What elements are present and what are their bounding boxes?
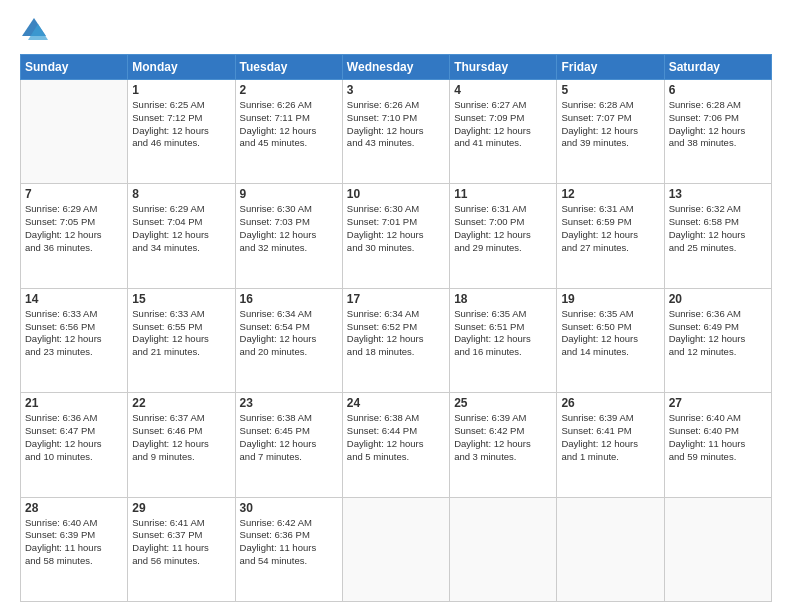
calendar-week-row: 28Sunrise: 6:40 AM Sunset: 6:39 PM Dayli… bbox=[21, 497, 772, 601]
day-detail: Sunrise: 6:35 AM Sunset: 6:51 PM Dayligh… bbox=[454, 308, 552, 359]
day-number: 10 bbox=[347, 187, 445, 201]
day-detail: Sunrise: 6:28 AM Sunset: 7:07 PM Dayligh… bbox=[561, 99, 659, 150]
day-detail: Sunrise: 6:36 AM Sunset: 6:47 PM Dayligh… bbox=[25, 412, 123, 463]
calendar-cell bbox=[21, 80, 128, 184]
day-number: 2 bbox=[240, 83, 338, 97]
calendar-weekday-friday: Friday bbox=[557, 55, 664, 80]
day-detail: Sunrise: 6:40 AM Sunset: 6:40 PM Dayligh… bbox=[669, 412, 767, 463]
calendar-cell bbox=[450, 497, 557, 601]
calendar-week-row: 21Sunrise: 6:36 AM Sunset: 6:47 PM Dayli… bbox=[21, 393, 772, 497]
calendar-cell: 1Sunrise: 6:25 AM Sunset: 7:12 PM Daylig… bbox=[128, 80, 235, 184]
day-detail: Sunrise: 6:33 AM Sunset: 6:55 PM Dayligh… bbox=[132, 308, 230, 359]
calendar-weekday-tuesday: Tuesday bbox=[235, 55, 342, 80]
day-number: 4 bbox=[454, 83, 552, 97]
day-number: 8 bbox=[132, 187, 230, 201]
calendar-weekday-saturday: Saturday bbox=[664, 55, 771, 80]
day-number: 18 bbox=[454, 292, 552, 306]
day-detail: Sunrise: 6:37 AM Sunset: 6:46 PM Dayligh… bbox=[132, 412, 230, 463]
calendar-cell: 9Sunrise: 6:30 AM Sunset: 7:03 PM Daylig… bbox=[235, 184, 342, 288]
day-number: 27 bbox=[669, 396, 767, 410]
calendar-table: SundayMondayTuesdayWednesdayThursdayFrid… bbox=[20, 54, 772, 602]
day-detail: Sunrise: 6:41 AM Sunset: 6:37 PM Dayligh… bbox=[132, 517, 230, 568]
day-detail: Sunrise: 6:38 AM Sunset: 6:45 PM Dayligh… bbox=[240, 412, 338, 463]
day-number: 3 bbox=[347, 83, 445, 97]
calendar-week-row: 14Sunrise: 6:33 AM Sunset: 6:56 PM Dayli… bbox=[21, 288, 772, 392]
day-number: 16 bbox=[240, 292, 338, 306]
calendar-cell bbox=[342, 497, 449, 601]
calendar-cell: 20Sunrise: 6:36 AM Sunset: 6:49 PM Dayli… bbox=[664, 288, 771, 392]
day-detail: Sunrise: 6:32 AM Sunset: 6:58 PM Dayligh… bbox=[669, 203, 767, 254]
day-detail: Sunrise: 6:29 AM Sunset: 7:05 PM Dayligh… bbox=[25, 203, 123, 254]
day-detail: Sunrise: 6:36 AM Sunset: 6:49 PM Dayligh… bbox=[669, 308, 767, 359]
calendar-cell: 5Sunrise: 6:28 AM Sunset: 7:07 PM Daylig… bbox=[557, 80, 664, 184]
calendar-cell: 14Sunrise: 6:33 AM Sunset: 6:56 PM Dayli… bbox=[21, 288, 128, 392]
day-detail: Sunrise: 6:31 AM Sunset: 6:59 PM Dayligh… bbox=[561, 203, 659, 254]
day-number: 26 bbox=[561, 396, 659, 410]
calendar-cell: 28Sunrise: 6:40 AM Sunset: 6:39 PM Dayli… bbox=[21, 497, 128, 601]
day-detail: Sunrise: 6:26 AM Sunset: 7:10 PM Dayligh… bbox=[347, 99, 445, 150]
calendar-cell bbox=[664, 497, 771, 601]
day-detail: Sunrise: 6:39 AM Sunset: 6:42 PM Dayligh… bbox=[454, 412, 552, 463]
day-number: 15 bbox=[132, 292, 230, 306]
calendar-cell: 6Sunrise: 6:28 AM Sunset: 7:06 PM Daylig… bbox=[664, 80, 771, 184]
day-detail: Sunrise: 6:38 AM Sunset: 6:44 PM Dayligh… bbox=[347, 412, 445, 463]
calendar-cell: 8Sunrise: 6:29 AM Sunset: 7:04 PM Daylig… bbox=[128, 184, 235, 288]
logo-icon bbox=[20, 16, 48, 44]
day-detail: Sunrise: 6:29 AM Sunset: 7:04 PM Dayligh… bbox=[132, 203, 230, 254]
calendar-cell: 12Sunrise: 6:31 AM Sunset: 6:59 PM Dayli… bbox=[557, 184, 664, 288]
logo bbox=[20, 16, 52, 44]
day-detail: Sunrise: 6:34 AM Sunset: 6:54 PM Dayligh… bbox=[240, 308, 338, 359]
day-detail: Sunrise: 6:30 AM Sunset: 7:01 PM Dayligh… bbox=[347, 203, 445, 254]
day-number: 7 bbox=[25, 187, 123, 201]
day-number: 13 bbox=[669, 187, 767, 201]
day-detail: Sunrise: 6:33 AM Sunset: 6:56 PM Dayligh… bbox=[25, 308, 123, 359]
calendar-cell: 11Sunrise: 6:31 AM Sunset: 7:00 PM Dayli… bbox=[450, 184, 557, 288]
calendar-cell: 18Sunrise: 6:35 AM Sunset: 6:51 PM Dayli… bbox=[450, 288, 557, 392]
calendar-cell: 21Sunrise: 6:36 AM Sunset: 6:47 PM Dayli… bbox=[21, 393, 128, 497]
calendar-cell: 10Sunrise: 6:30 AM Sunset: 7:01 PM Dayli… bbox=[342, 184, 449, 288]
calendar-cell: 4Sunrise: 6:27 AM Sunset: 7:09 PM Daylig… bbox=[450, 80, 557, 184]
day-detail: Sunrise: 6:26 AM Sunset: 7:11 PM Dayligh… bbox=[240, 99, 338, 150]
day-number: 21 bbox=[25, 396, 123, 410]
day-number: 20 bbox=[669, 292, 767, 306]
calendar-cell: 16Sunrise: 6:34 AM Sunset: 6:54 PM Dayli… bbox=[235, 288, 342, 392]
calendar-weekday-sunday: Sunday bbox=[21, 55, 128, 80]
day-number: 28 bbox=[25, 501, 123, 515]
day-number: 11 bbox=[454, 187, 552, 201]
calendar-weekday-wednesday: Wednesday bbox=[342, 55, 449, 80]
day-number: 5 bbox=[561, 83, 659, 97]
calendar-cell: 19Sunrise: 6:35 AM Sunset: 6:50 PM Dayli… bbox=[557, 288, 664, 392]
calendar-week-row: 7Sunrise: 6:29 AM Sunset: 7:05 PM Daylig… bbox=[21, 184, 772, 288]
calendar-cell: 3Sunrise: 6:26 AM Sunset: 7:10 PM Daylig… bbox=[342, 80, 449, 184]
day-number: 17 bbox=[347, 292, 445, 306]
day-number: 22 bbox=[132, 396, 230, 410]
day-detail: Sunrise: 6:27 AM Sunset: 7:09 PM Dayligh… bbox=[454, 99, 552, 150]
day-detail: Sunrise: 6:39 AM Sunset: 6:41 PM Dayligh… bbox=[561, 412, 659, 463]
day-detail: Sunrise: 6:25 AM Sunset: 7:12 PM Dayligh… bbox=[132, 99, 230, 150]
day-detail: Sunrise: 6:34 AM Sunset: 6:52 PM Dayligh… bbox=[347, 308, 445, 359]
day-detail: Sunrise: 6:42 AM Sunset: 6:36 PM Dayligh… bbox=[240, 517, 338, 568]
calendar-cell: 7Sunrise: 6:29 AM Sunset: 7:05 PM Daylig… bbox=[21, 184, 128, 288]
day-number: 14 bbox=[25, 292, 123, 306]
calendar-cell: 22Sunrise: 6:37 AM Sunset: 6:46 PM Dayli… bbox=[128, 393, 235, 497]
day-detail: Sunrise: 6:35 AM Sunset: 6:50 PM Dayligh… bbox=[561, 308, 659, 359]
calendar-cell: 29Sunrise: 6:41 AM Sunset: 6:37 PM Dayli… bbox=[128, 497, 235, 601]
calendar-cell: 25Sunrise: 6:39 AM Sunset: 6:42 PM Dayli… bbox=[450, 393, 557, 497]
calendar-cell bbox=[557, 497, 664, 601]
day-number: 29 bbox=[132, 501, 230, 515]
day-detail: Sunrise: 6:40 AM Sunset: 6:39 PM Dayligh… bbox=[25, 517, 123, 568]
day-detail: Sunrise: 6:30 AM Sunset: 7:03 PM Dayligh… bbox=[240, 203, 338, 254]
calendar-weekday-thursday: Thursday bbox=[450, 55, 557, 80]
calendar-cell: 24Sunrise: 6:38 AM Sunset: 6:44 PM Dayli… bbox=[342, 393, 449, 497]
page: SundayMondayTuesdayWednesdayThursdayFrid… bbox=[0, 0, 792, 612]
calendar-cell: 2Sunrise: 6:26 AM Sunset: 7:11 PM Daylig… bbox=[235, 80, 342, 184]
day-number: 9 bbox=[240, 187, 338, 201]
calendar-header-row: SundayMondayTuesdayWednesdayThursdayFrid… bbox=[21, 55, 772, 80]
day-number: 23 bbox=[240, 396, 338, 410]
calendar-cell: 13Sunrise: 6:32 AM Sunset: 6:58 PM Dayli… bbox=[664, 184, 771, 288]
calendar-cell: 17Sunrise: 6:34 AM Sunset: 6:52 PM Dayli… bbox=[342, 288, 449, 392]
day-number: 12 bbox=[561, 187, 659, 201]
day-number: 24 bbox=[347, 396, 445, 410]
calendar-cell: 27Sunrise: 6:40 AM Sunset: 6:40 PM Dayli… bbox=[664, 393, 771, 497]
calendar-cell: 26Sunrise: 6:39 AM Sunset: 6:41 PM Dayli… bbox=[557, 393, 664, 497]
